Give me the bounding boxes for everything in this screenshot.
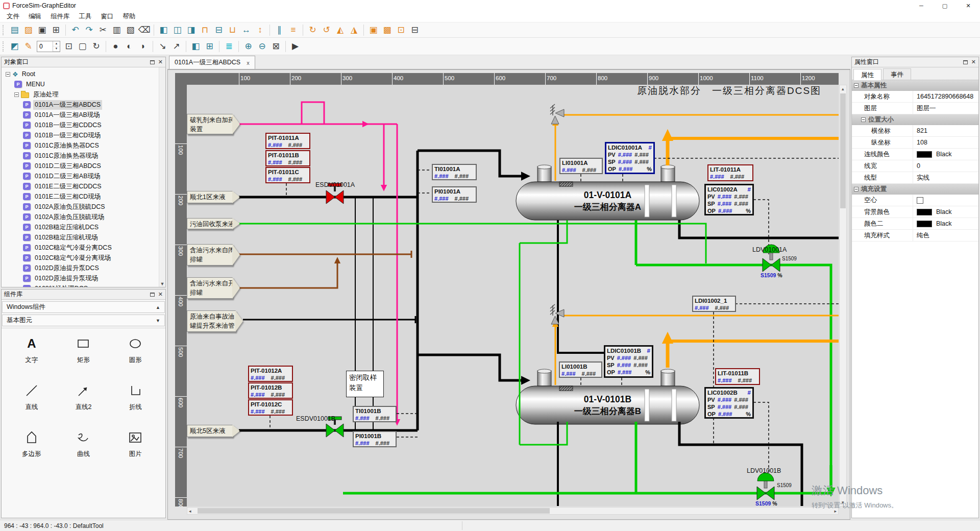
library-item-直线2[interactable]: 直线2 bbox=[58, 382, 110, 429]
expander-minus-icon[interactable] bbox=[14, 92, 19, 97]
intersect-button[interactable]: ◐ bbox=[122, 40, 136, 53]
subtract-button[interactable]: ◗ bbox=[136, 40, 150, 53]
same-height-button[interactable]: ↕ bbox=[253, 23, 267, 36]
property-value[interactable]: Black bbox=[913, 151, 952, 158]
collapse-icon[interactable] bbox=[854, 83, 859, 88]
redo-button[interactable]: ↷ bbox=[82, 23, 96, 36]
rotate-ccw-90-button[interactable]: ↺ bbox=[320, 23, 333, 36]
property-value[interactable]: 1645172890668648 bbox=[913, 93, 973, 100]
cut-button[interactable]: ✂ bbox=[96, 23, 110, 36]
property-value[interactable]: 纯色 bbox=[913, 231, 929, 240]
select-bounds-button[interactable]: ▢ bbox=[76, 40, 89, 53]
instrument-TI01001B[interactable]: TI01001B#.####.### bbox=[353, 406, 397, 422]
pen-color-button[interactable]: ✎ bbox=[21, 40, 35, 53]
collapse-icon[interactable] bbox=[854, 187, 859, 191]
tree-item-0101B一级三相CD现场[interactable]: P0101B一级三相CD现场 bbox=[2, 130, 165, 140]
tree-item-0102D原油提升泵现场[interactable]: P0102D原油提升泵现场 bbox=[2, 273, 165, 283]
send-backward-button[interactable]: ⊟ bbox=[408, 23, 422, 36]
tree-item-MENU[interactable]: PMENU bbox=[2, 79, 165, 89]
flip-horizontal-button[interactable]: ◭ bbox=[333, 23, 347, 36]
tree-item-原油处理[interactable]: 原油处理 bbox=[2, 89, 165, 100]
tree-item-Root[interactable]: ❖Root bbox=[2, 69, 165, 79]
tree-item-0102C稳定气冷凝分离DCS[interactable]: P0102C稳定气冷凝分离DCS bbox=[2, 243, 165, 253]
save-button[interactable]: ▣ bbox=[35, 23, 49, 36]
tree-item-0103轻烃处理DCS[interactable]: P0103轻烃处理DCS bbox=[2, 283, 165, 287]
menu-item-1[interactable]: 编辑 bbox=[24, 11, 46, 22]
instrument-PIT-01012C[interactable]: PIT-01012C#.####.### bbox=[248, 399, 293, 416]
tree-item-0101B一级三相CDDCS[interactable]: P0101B一级三相CDDCS bbox=[2, 120, 165, 130]
relief-valve-icon[interactable] bbox=[550, 104, 564, 124]
distribute-v-button[interactable]: ≡ bbox=[286, 23, 300, 36]
property-row-填充样式[interactable]: 填充样式纯色 bbox=[852, 230, 978, 242]
instrument-LIC01002B[interactable]: LIC01002B#PV#.####.###SP#.####.###OP#.##… bbox=[704, 387, 754, 419]
property-row-对象名称[interactable]: 对象名称1645172890668648 bbox=[852, 91, 978, 103]
property-group-基本属性[interactable]: 基本属性 bbox=[852, 80, 978, 91]
flow-label[interactable]: 原油来自事故油罐提升泵来油管 bbox=[187, 310, 236, 332]
drawing-surface[interactable]: 01-V-0101A一级三相分离器A01-V-0101B一级三相分离器B原油脱水… bbox=[187, 85, 839, 506]
align-right-button[interactable]: ◨ bbox=[184, 23, 198, 36]
zoom-out-button[interactable]: ⊖ bbox=[255, 40, 269, 53]
preview-run-button[interactable]: ▶ bbox=[288, 40, 302, 53]
tree-scrollbar[interactable]: ▼ bbox=[159, 67, 165, 287]
instrument-LIT-01011A[interactable]: LIT-01011A#.####.### bbox=[707, 164, 753, 181]
tree-item-0101C原油换热器现场[interactable]: P0101C原油换热器现场 bbox=[2, 151, 165, 161]
tree-item-0101A一级三相AB现场[interactable]: P0101A一级三相AB现场 bbox=[2, 110, 165, 120]
float-panel-icon[interactable] bbox=[963, 60, 968, 64]
menu-item-5[interactable]: 帮助 bbox=[118, 11, 140, 22]
maximize-button[interactable]: ▢ bbox=[933, 0, 957, 11]
send-to-back-button[interactable]: ▩ bbox=[380, 23, 394, 36]
align-bottom-button[interactable]: ⊔ bbox=[226, 23, 239, 36]
same-width-button[interactable]: ↔ bbox=[239, 23, 253, 36]
property-value[interactable]: 108 bbox=[913, 139, 927, 146]
close-button[interactable]: ✕ bbox=[957, 0, 980, 11]
instrument-LIT-01011B[interactable]: LIT-01011B#.####.### bbox=[715, 368, 760, 385]
flip-vertical-button[interactable]: ◮ bbox=[347, 23, 361, 36]
library-item-图片[interactable]: 图片 bbox=[109, 429, 161, 476]
property-row-线型[interactable]: 线型实线 bbox=[852, 172, 978, 184]
minimize-button[interactable]: ─ bbox=[910, 0, 933, 11]
library-group-basic[interactable]: 基本图元 ▼ bbox=[2, 315, 165, 326]
document-tab[interactable]: 0101A一级三相ABDCS x bbox=[169, 56, 255, 69]
property-row-颜色二[interactable]: 颜色二Black bbox=[852, 218, 978, 230]
menu-item-2[interactable]: 组件库 bbox=[46, 11, 75, 22]
valve-LDV01001B[interactable] bbox=[757, 473, 774, 500]
layers-button[interactable]: ≣ bbox=[222, 40, 236, 53]
zoom-in-button[interactable]: ⊕ bbox=[241, 40, 255, 53]
toolbar-grip[interactable] bbox=[3, 41, 5, 52]
instrument-LI01001B[interactable]: LI01001B#.####.### bbox=[559, 361, 602, 378]
instrument-LI01001A[interactable]: LI01001A#.####.### bbox=[559, 158, 603, 174]
instrument-PIT-01011B[interactable]: PIT-01011B#.####.### bbox=[265, 150, 310, 166]
property-row-线宽[interactable]: 线宽0 bbox=[852, 160, 978, 172]
toolbar-grip[interactable] bbox=[3, 25, 5, 35]
save-all-button[interactable]: ⊞ bbox=[49, 23, 63, 36]
instrument-LDI01002_1[interactable]: LDI01002_1#.####.### bbox=[692, 296, 736, 312]
library-item-文字[interactable]: A文字 bbox=[6, 335, 58, 382]
tree-item-0102D原油提升泵DCS[interactable]: P0102D原油提升泵DCS bbox=[2, 263, 165, 273]
float-panel-icon[interactable] bbox=[150, 293, 155, 297]
tree-item-0102A原油负压脱硫DCS[interactable]: P0102A原油负压脱硫DCS bbox=[2, 202, 165, 212]
flow-label[interactable]: 含油污水来自闭排罐 bbox=[187, 244, 233, 266]
property-row-图层[interactable]: 图层图层一 bbox=[852, 103, 978, 114]
tab-close-icon[interactable]: x bbox=[247, 60, 250, 66]
instrument-PIT-01012B[interactable]: PIT-01012B#.####.### bbox=[248, 382, 293, 399]
checkbox[interactable] bbox=[917, 197, 923, 204]
instrument-PI01001A[interactable]: PI01001A#.####.### bbox=[432, 186, 477, 203]
line-width-stepper[interactable]: ▲▼ bbox=[37, 41, 60, 52]
undo-button[interactable]: ↶ bbox=[68, 23, 82, 36]
menu-item-3[interactable]: 工具 bbox=[75, 11, 96, 22]
float-panel-icon[interactable] bbox=[150, 60, 155, 64]
library-item-多边形[interactable]: 多边形 bbox=[6, 429, 58, 476]
tree-item-0101E二级三相CDDCS[interactable]: P0101E二级三相CDDCS bbox=[2, 181, 165, 191]
instrument-PIT-01011A[interactable]: PIT-01011A#.####.### bbox=[265, 133, 310, 149]
tree-item-0101D二级三相AB现场[interactable]: P0101D二级三相AB现场 bbox=[2, 171, 165, 181]
flow-label[interactable]: 含油污水来自开排罐 bbox=[187, 277, 233, 299]
stepper-arrows[interactable]: ▲▼ bbox=[53, 41, 60, 52]
property-value[interactable]: 实线 bbox=[913, 174, 929, 182]
close-panel-icon[interactable]: ✕ bbox=[971, 59, 976, 65]
property-row-连线颜色[interactable]: 连线颜色Black bbox=[852, 149, 978, 160]
tree-item-0101E二级三相CD现场[interactable]: P0101E二级三相CD现场 bbox=[2, 191, 165, 202]
menu-item-0[interactable]: 文件 bbox=[2, 11, 24, 22]
flow-label[interactable]: 破乳剂来自加药装置 bbox=[187, 114, 233, 134]
property-value[interactable]: 0 bbox=[913, 162, 920, 170]
library-item-圆形[interactable]: 圆形 bbox=[109, 335, 161, 382]
